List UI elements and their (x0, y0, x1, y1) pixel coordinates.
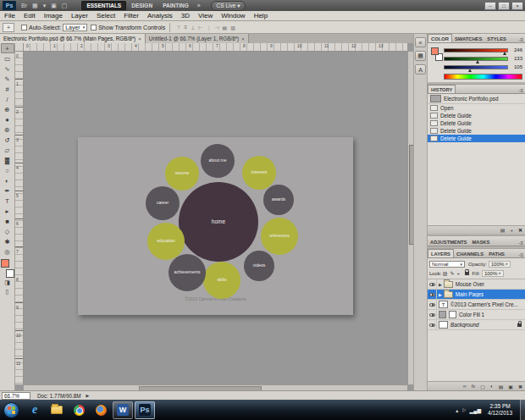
menu-help[interactable]: Help (250, 12, 272, 19)
align-right-edges-icon[interactable]: ⊣ (213, 25, 220, 30)
rectangle-shape-tool[interactable]: ■ (1, 216, 14, 226)
path-selection-tool[interactable]: ▸ (1, 206, 14, 216)
hand-tool[interactable]: ✱ (1, 236, 14, 246)
taskbar-chrome[interactable] (69, 401, 89, 419)
history-tab-history[interactable]: HISTORY (428, 85, 456, 93)
color-tab-swatches[interactable]: SWATCHES (452, 35, 484, 42)
eyedropper-tool[interactable]: / (1, 94, 14, 104)
document-artboard[interactable]: ©2013 Carmen's Pixel Creations homeabout… (78, 137, 353, 315)
history-step[interactable]: Delete Guide (428, 112, 525, 119)
status-options-icon[interactable]: ▶ (86, 393, 89, 398)
align-top-edges-icon[interactable]: ⊤ (174, 25, 182, 30)
fill-value[interactable]: 100% (482, 270, 504, 277)
blend-mode-dropdown[interactable]: Normal (429, 261, 465, 268)
blue-slider-track[interactable] (444, 65, 508, 69)
start-button[interactable] (3, 402, 19, 418)
align-bottom-edges-icon[interactable]: ⊥ (189, 25, 196, 30)
red-slider-track[interactable] (444, 48, 508, 52)
layers-panel-menu-icon[interactable]: -≡ (517, 252, 525, 257)
red-value[interactable]: 246 (511, 47, 522, 52)
minimize-button[interactable]: – (484, 2, 496, 10)
taskbar-internet-explorer[interactable]: e (25, 401, 45, 419)
layers-tab-paths[interactable]: PATHS (486, 250, 507, 257)
layer-visibility-toggle[interactable] (428, 290, 437, 299)
close-tab-icon[interactable]: × (138, 36, 141, 41)
clone-stamp-tool[interactable]: ⊛ (1, 124, 14, 135)
taskbar-word[interactable]: W (113, 401, 133, 419)
distribute-left-icon[interactable]: ▥ (229, 25, 237, 30)
lock-transparent-pixels-icon[interactable]: ▨ (441, 270, 449, 276)
restore-button[interactable]: □ (498, 2, 510, 10)
cs-live-button[interactable]: CS Live ▾ (211, 1, 246, 11)
bridge-icon[interactable]: Br (19, 0, 30, 11)
workspace-essentials[interactable]: ESSENTIALS (81, 1, 126, 10)
taskbar-explorer[interactable] (47, 401, 67, 419)
color-panel-menu-icon[interactable]: -≡ (517, 37, 525, 42)
action-center-icon[interactable]: ⚐ (460, 407, 467, 413)
quick-mask-icon[interactable]: ◨ (1, 278, 14, 287)
workspace-design[interactable]: DESIGN (126, 1, 158, 10)
taskbar-photoshop[interactable]: Ps (135, 401, 155, 419)
distribute-top-icon[interactable]: ▤ (221, 25, 229, 30)
layer-row-color-fill-1[interactable]: Color Fill 1 (428, 310, 525, 320)
vertical-ruler[interactable]: 01234567891011 (15, 52, 24, 384)
view-extras-icon[interactable]: ▦ (30, 0, 41, 11)
align-vertical-centers-icon[interactable]: ≡ (182, 25, 189, 30)
tool-preset-icon[interactable]: + (3, 23, 14, 32)
history-panel-menu-icon[interactable]: -≡ (517, 88, 525, 93)
layer-row-main-pages[interactable]: ▶Main Pages (428, 290, 525, 300)
pen-tool[interactable]: ✒ (1, 185, 14, 196)
menu-3d[interactable]: 3D (177, 12, 194, 19)
healing-brush-tool[interactable]: ⊕ (1, 104, 14, 114)
auto-select-dropdown[interactable]: Layer (63, 24, 87, 31)
show-desktop-button[interactable] (520, 400, 525, 420)
character-panel-icon[interactable]: A (415, 64, 426, 75)
hidden-icons-icon[interactable]: ▴ (454, 407, 460, 413)
vertical-scrollbar[interactable] (407, 52, 413, 384)
expand-panels-icon[interactable]: « (415, 37, 426, 47)
layer-visibility-toggle[interactable] (428, 300, 437, 309)
menu-image[interactable]: Image (40, 12, 67, 19)
auto-select-checkbox[interactable] (21, 25, 27, 30)
horizontal-ruler[interactable]: 012345678910111213 (24, 43, 407, 52)
menu-file[interactable]: File (0, 12, 19, 19)
delete-state-icon[interactable]: ✖ (516, 227, 525, 233)
lasso-tool[interactable]: ∿ (1, 64, 14, 74)
history-step[interactable]: Delete Guide (428, 135, 525, 142)
arrange-documents-icon[interactable]: ▣ (48, 0, 59, 11)
layer-style-icon[interactable]: fx (469, 384, 478, 389)
rectangular-marquee-tool[interactable]: ▭ (1, 53, 14, 64)
background-color-swatch[interactable] (6, 269, 14, 278)
delete-layer-icon[interactable]: ✖ (516, 384, 525, 390)
crop-tool[interactable]: # (1, 84, 14, 94)
green-value[interactable]: 133 (511, 56, 522, 61)
3d-rotate-tool[interactable]: ◇ (1, 226, 14, 236)
history-step[interactable]: Open (428, 104, 525, 112)
new-layer-icon[interactable]: ▣ (506, 384, 516, 390)
menu-view[interactable]: View (194, 12, 217, 19)
menu-analysis[interactable]: Analysis (143, 12, 177, 19)
foreground-color-swatch[interactable] (431, 47, 439, 55)
layer-visibility-toggle[interactable] (428, 310, 437, 319)
layer-row-mouse-over[interactable]: ▶Mouse Over (428, 279, 525, 290)
color-tab-color[interactable]: COLOR (428, 34, 452, 42)
taskbar-clock[interactable]: 2:35 PM 4/12/2013 (483, 403, 517, 417)
menu-select[interactable]: Select (92, 12, 119, 19)
blur-tool[interactable]: ○ (1, 165, 14, 175)
lock-image-pixels-icon[interactable]: ✎ (449, 270, 456, 276)
link-layers-icon[interactable]: ∞ (460, 384, 468, 389)
menu-filter[interactable]: Filter (119, 12, 143, 19)
type-tool[interactable]: T (1, 196, 14, 206)
layer-visibility-toggle[interactable] (428, 320, 437, 329)
layer-row-2013-carmen-s-pixel-cre[interactable]: T©2013 Carmen's Pixel Cre... (428, 300, 525, 310)
horizontal-scrollbar[interactable] (24, 384, 407, 390)
menu-edit[interactable]: Edit (19, 12, 40, 19)
align-horizontal-centers-icon[interactable]: ⋮ (204, 25, 213, 30)
close-button[interactable]: × (511, 2, 523, 10)
adjustments-panel-menu-icon[interactable]: -≡ (517, 240, 525, 246)
document-tab-2[interactable]: Untitled-1 @ 66.7% (Layer 1, RGB/8*)× (146, 34, 249, 43)
menu-window[interactable]: Window (217, 12, 249, 19)
eraser-tool[interactable]: ▱ (1, 145, 14, 155)
adjustments-tab-masks[interactable]: MASKS (469, 238, 492, 246)
show-transform-checkbox[interactable] (91, 25, 97, 30)
